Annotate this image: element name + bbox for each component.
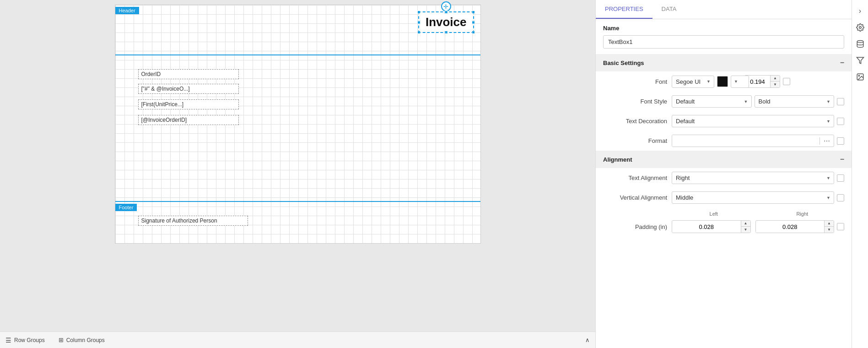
padding-left-input[interactable] <box>672 221 741 233</box>
anchor-tm[interactable] <box>444 11 447 14</box>
svg-point-4 <box>858 75 859 76</box>
text-decoration-label: Text Decoration <box>603 118 667 125</box>
text-alignment-select[interactable]: Right Left Center <box>672 172 834 184</box>
invoice-text: Invoice <box>426 15 467 29</box>
font-family-select-wrapper[interactable]: Segoe UI <box>672 76 714 88</box>
anchor-bm[interactable] <box>444 31 447 34</box>
vertical-alignment-row: Vertical Alignment Middle Top Bottom <box>596 188 852 207</box>
header-label: Header <box>115 7 139 14</box>
move-handle-icon[interactable]: ✛ <box>441 1 451 11</box>
svg-marker-2 <box>857 57 863 64</box>
padding-right-input[interactable] <box>756 221 825 233</box>
panel-scroll: Name Basic Settings − Font Segoe UI <box>596 19 852 348</box>
font-row: Font Segoe UI ▲ ▼ <box>596 71 852 92</box>
image-edit-icon[interactable] <box>853 70 868 84</box>
font-color-select[interactable] <box>731 76 749 88</box>
padding-left-down[interactable]: ▼ <box>741 227 750 233</box>
header-section: Header ✛ <box>115 5 480 55</box>
alignment-collapse[interactable]: − <box>840 155 844 163</box>
font-style-select[interactable]: Default <box>672 95 752 108</box>
text-alignment-row: Text Alignment Right Left Center <box>596 168 852 188</box>
text-alignment-controls: Right Left Center <box>672 172 844 184</box>
font-label: Font <box>603 78 667 85</box>
anchor-bl[interactable] <box>417 31 421 34</box>
chevron-collapse-icon[interactable]: › <box>853 4 868 18</box>
anchor-mr[interactable] <box>472 21 475 24</box>
padding-right-spinner[interactable]: ▲ ▼ <box>755 220 835 233</box>
row-groups-item[interactable]: ☰ Row Groups <box>5 337 45 344</box>
field-orderid[interactable]: OrderID <box>138 69 239 79</box>
padding-right-spinner-btns: ▲ ▼ <box>824 221 834 233</box>
vertical-alignment-label: Vertical Alignment <box>603 194 667 201</box>
canvas-wrapper: Header ✛ <box>0 0 595 332</box>
vertical-alignment-select-wrapper[interactable]: Middle Top Bottom <box>672 191 834 204</box>
column-groups-item[interactable]: ⊞ Column Groups <box>59 337 105 343</box>
footer-signature-field[interactable]: Signature of Authorized Person <box>138 216 248 226</box>
vertical-alignment-checkbox[interactable] <box>837 194 844 201</box>
panel-tabs: PROPERTIES DATA <box>596 0 852 19</box>
padding-left-up[interactable]: ▲ <box>741 221 750 227</box>
name-input[interactable] <box>603 35 844 49</box>
text-decoration-select[interactable]: Default <box>672 115 834 127</box>
padding-right-up[interactable]: ▲ <box>825 221 834 227</box>
font-style-controls: Default Bold <box>672 95 844 108</box>
vertical-alignment-controls: Middle Top Bottom <box>672 191 844 204</box>
field-invoiceorderid[interactable]: [@InvoiceOrderID] <box>138 115 239 125</box>
bottom-bar-right[interactable]: ∧ <box>585 337 590 343</box>
padding-labels-row: Left Right <box>596 207 852 217</box>
padding-label: Padding (in) <box>603 223 667 230</box>
selected-invoice-textbox[interactable]: ✛ Invoice <box>418 11 474 33</box>
padding-left-spinner-btns: ▲ ▼ <box>741 221 750 233</box>
field-invoiceno[interactable]: ["#" & @InvoiceO...] <box>138 84 239 94</box>
filter-icon[interactable] <box>853 53 868 68</box>
vertical-alignment-select[interactable]: Middle Top Bottom <box>672 191 834 204</box>
font-controls: Segoe UI ▲ ▼ <box>672 75 844 88</box>
gear-icon[interactable] <box>853 20 868 35</box>
svg-point-0 <box>859 27 861 29</box>
text-decoration-row: Text Decoration Default <box>596 111 852 131</box>
font-style-row: Font Style Default Bold <box>596 92 852 111</box>
report-canvas: Header ✛ <box>115 5 481 244</box>
side-icons: › <box>852 0 868 348</box>
anchor-ml[interactable] <box>417 21 421 24</box>
database-icon[interactable] <box>853 37 868 51</box>
font-size-up[interactable]: ▲ <box>771 76 780 82</box>
footer-label: Footer <box>115 204 137 211</box>
font-size-spinner-btns: ▲ ▼ <box>770 76 780 87</box>
font-weight-select-wrapper[interactable]: Bold <box>755 95 835 108</box>
right-panel: PROPERTIES DATA Name Basic Settings − Fo… <box>595 0 852 348</box>
text-alignment-checkbox[interactable] <box>837 174 844 182</box>
tab-properties[interactable]: PROPERTIES <box>596 0 652 19</box>
text-alignment-select-wrapper[interactable]: Right Left Center <box>672 172 834 184</box>
format-input-wrapper[interactable]: ⋯ <box>672 135 834 147</box>
padding-right-down[interactable]: ▼ <box>825 227 834 233</box>
format-checkbox[interactable] <box>837 137 844 145</box>
anchor-br[interactable] <box>472 31 475 34</box>
column-groups-icon: ⊞ <box>59 337 64 343</box>
bottom-bar: ☰ Row Groups ⊞ Column Groups ∧ <box>0 332 595 348</box>
collapse-icon[interactable]: ∧ <box>585 337 590 343</box>
text-decoration-controls: Default <box>672 115 844 127</box>
anchor-tr[interactable] <box>472 11 475 14</box>
svg-point-1 <box>857 41 863 43</box>
padding-checkbox[interactable] <box>837 223 844 230</box>
format-dots-button[interactable]: ⋯ <box>819 137 834 145</box>
format-input[interactable] <box>672 135 819 147</box>
format-row: Format ⋯ <box>596 131 852 151</box>
padding-left-spinner[interactable]: ▲ ▼ <box>672 220 751 233</box>
font-style-checkbox[interactable] <box>837 98 844 105</box>
font-size-down[interactable]: ▼ <box>771 82 780 87</box>
font-size-spinner[interactable]: ▲ ▼ <box>744 75 780 88</box>
anchor-tl[interactable] <box>417 11 421 14</box>
field-unitprice[interactable]: [First(UnitPrice...] <box>138 99 239 109</box>
tab-data[interactable]: DATA <box>652 0 686 19</box>
text-decoration-select-wrapper[interactable]: Default <box>672 115 834 127</box>
font-checkbox[interactable] <box>783 78 790 85</box>
basic-settings-collapse[interactable]: − <box>840 59 844 67</box>
font-color-swatch[interactable] <box>717 76 728 87</box>
text-decoration-checkbox[interactable] <box>837 118 844 125</box>
font-family-select[interactable]: Segoe UI <box>672 76 714 88</box>
font-color-dropdown[interactable] <box>731 76 742 88</box>
font-style-select-wrapper[interactable]: Default <box>672 95 752 108</box>
font-weight-select[interactable]: Bold <box>755 95 835 108</box>
